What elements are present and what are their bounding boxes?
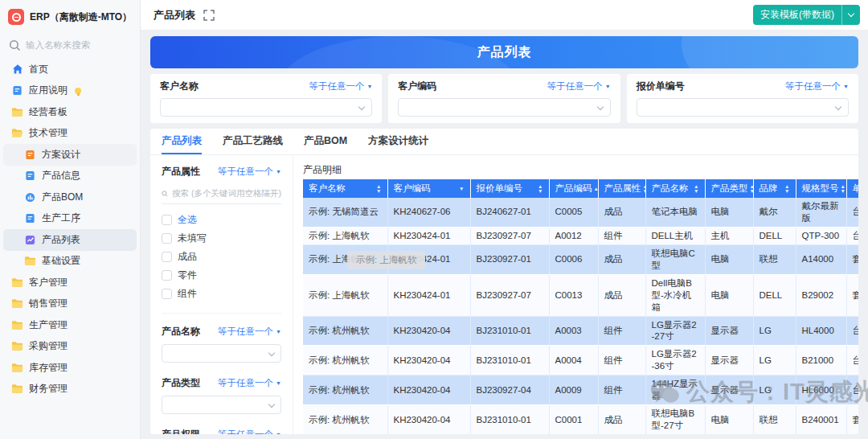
table-cell: A0004 <box>549 346 598 375</box>
chevron-down-icon <box>268 400 275 407</box>
table-cell: DELL <box>753 227 796 244</box>
checkbox[interactable] <box>162 215 172 225</box>
attr-option[interactable]: 全选 <box>162 211 281 229</box>
sort-icon[interactable]: ▲▼ <box>643 184 646 194</box>
sort-icon[interactable]: ▲▼ <box>376 184 381 194</box>
product-name-select[interactable] <box>162 344 281 363</box>
table-cell: 电脑 <box>705 198 753 227</box>
checkbox[interactable] <box>162 252 172 262</box>
table-cell: 台 <box>846 227 858 244</box>
operator-dropdown[interactable]: 等于任意一个▼ <box>218 377 281 389</box>
sidebar-item-product-info[interactable]: 产品信息 <box>3 166 137 187</box>
attr-search-input[interactable]: 搜索 (多个关键词用空格隔开) <box>162 183 281 204</box>
sidebar-item-basic-settings[interactable]: 基础设置 <box>3 251 137 273</box>
checkbox[interactable] <box>162 270 172 281</box>
column-header[interactable]: 报价单编号▲▼ <box>470 179 549 198</box>
attr-option-list: 全选未填写成品零件组件 <box>162 211 281 303</box>
tab-product-bom[interactable]: 产品BOM <box>304 129 347 154</box>
column-header[interactable]: 产品属性▲▼ <box>598 179 645 198</box>
table-row[interactable]: 示例: 杭州帆软KH230420-04BJ230927-04A0009组件144… <box>303 375 858 405</box>
sidebar-item-product-bom[interactable]: 产品BOM <box>3 187 137 208</box>
sidebar-item-finance-mgmt[interactable]: 财务管理 <box>3 379 137 400</box>
product-type-select[interactable] <box>162 396 281 414</box>
table-cell: 套 <box>846 274 858 316</box>
table-row[interactable]: 示例: 无锡简道云KH240627-06BJ240627-01C0005成品笔记… <box>303 198 858 227</box>
topbar: 产品列表 安装模板(带数据) <box>141 0 868 31</box>
sidebar-search-input[interactable]: 输入名称来搜索 <box>0 33 140 57</box>
tab-bar: 产品列表产品工艺路线产品BOM方案设计统计 <box>150 129 858 155</box>
sort-icon[interactable]: ▼ <box>459 187 464 191</box>
tab-process-route[interactable]: 产品工艺路线 <box>223 129 283 154</box>
install-template-button[interactable]: 安装模板(带数据) <box>753 5 860 25</box>
column-header[interactable]: 客户名称▲▼ <box>303 179 387 198</box>
column-header[interactable]: 产品名称▲▼ <box>645 179 705 198</box>
chevron-down-icon <box>268 349 275 355</box>
sort-icon[interactable]: ▲▼ <box>750 184 754 194</box>
tab-product-list[interactable]: 产品列表 <box>162 129 202 154</box>
sidebar-item-production-process[interactable]: 生产工序 <box>3 208 137 230</box>
sort-icon[interactable]: ▲▼ <box>694 184 698 194</box>
table-row[interactable]: 示例: 杭州帆软KH230420-04BJ231010-01A0003组件LG显… <box>303 316 858 346</box>
checkbox[interactable] <box>162 289 172 299</box>
sort-icon[interactable]: ▲▼ <box>784 184 789 194</box>
tab-scheme-design-stat[interactable]: 方案设计统计 <box>368 129 428 154</box>
column-header[interactable]: 客户编码▼ <box>387 179 470 198</box>
attr-option[interactable]: 组件 <box>162 285 281 303</box>
operator-dropdown[interactable]: 等于任意一个▼ <box>218 326 281 338</box>
folder-icon <box>11 297 23 310</box>
filter-operator-dropdown[interactable]: 等于任意一个▼ <box>547 80 611 92</box>
table-row[interactable]: 示例: 杭州帆软KH230420-04BJ231010-01A0004组件LG显… <box>303 346 858 375</box>
table-cell: 联想 <box>753 405 796 434</box>
quotation-no-select[interactable] <box>637 98 849 117</box>
table-cell: A0012 <box>549 227 598 244</box>
customer-name-select[interactable] <box>160 98 372 117</box>
sidebar-item-tech-mgmt[interactable]: 技术管理 <box>3 123 137 145</box>
sidebar-item-production-mgmt[interactable]: 生产管理 <box>3 314 137 336</box>
column-header[interactable]: 规格型号▲▼ <box>796 179 846 198</box>
sort-icon[interactable]: ▲▼ <box>841 184 845 194</box>
column-header[interactable]: 产品编码▲ <box>549 179 598 198</box>
checkbox[interactable] <box>162 233 172 244</box>
sidebar-item-product-list[interactable]: 产品列表 <box>3 229 137 251</box>
install-template-dropdown[interactable] <box>842 5 860 25</box>
column-label: 报价单编号 <box>477 183 523 195</box>
table-row[interactable]: 示例: 上海帆软KH230424-01BJ230927-07A0012组件DEL… <box>303 227 858 244</box>
sidebar-item-business-dashboard[interactable]: 经营看板 <box>3 101 137 123</box>
sidebar-item-inventory-mgmt[interactable]: 库存管理 <box>3 357 137 379</box>
fullscreen-icon[interactable] <box>203 10 215 21</box>
table-row[interactable]: 示例: 杭州帆软KH230420-04BJ231010-01C0001成品联想电… <box>303 405 858 434</box>
attr-option[interactable]: 零件 <box>162 266 281 285</box>
filter-operator-dropdown[interactable]: 等于任意一个▼ <box>309 80 372 92</box>
sidebar-item-scheme-design[interactable]: 方案设计 <box>3 144 137 166</box>
attr-operator-dropdown[interactable]: 等于任意一个▼ <box>218 166 281 178</box>
folder-open-icon <box>11 127 23 139</box>
table-row[interactable]: 示例: 上海帆软KH230424-01BJ230927-07C0013成品Del… <box>303 274 858 316</box>
attr-option[interactable]: 未填写 <box>162 229 281 248</box>
sidebar-item-purchase-mgmt[interactable]: 采购管理 <box>3 336 137 358</box>
column-header[interactable]: 品牌▲▼ <box>753 179 796 198</box>
sidebar-item-sales-mgmt[interactable]: 销售管理 <box>3 293 137 315</box>
filter-operator-dropdown[interactable]: 等于任意一个▼ <box>785 80 849 92</box>
sidebar-item-label: 产品列表 <box>42 233 80 247</box>
sidebar-item-home[interactable]: 首页 <box>3 59 137 80</box>
customer-code-select[interactable] <box>398 98 610 117</box>
table-cell: 显示器 <box>705 375 753 405</box>
sidebar-item-app-guide[interactable]: 应用说明 <box>3 80 137 102</box>
app-logo-icon <box>8 9 24 25</box>
folder-icon <box>11 319 23 331</box>
attr-option[interactable]: 成品 <box>162 248 281 266</box>
sidebar-item-label: 采购管理 <box>29 339 68 353</box>
sidebar-item-customer-mgmt[interactable]: 客户管理 <box>3 272 137 293</box>
attr-option-label: 全选 <box>178 213 197 227</box>
table-cell: 联想电脑C型 <box>645 244 705 274</box>
sort-icon[interactable]: ▲▼ <box>538 184 542 194</box>
table-cell: C0005 <box>549 198 598 227</box>
table-cell: 台 <box>846 316 858 346</box>
table-cell: KH230420-04 <box>387 375 470 405</box>
sidebar-item-label: 销售管理 <box>29 297 68 310</box>
operator-dropdown[interactable]: 等于任意一个▼ <box>218 429 281 434</box>
table-cell: 套 <box>846 405 858 434</box>
column-header[interactable]: 产品类型▲▼ <box>705 179 753 198</box>
sort-icon[interactable]: ▲ <box>594 187 599 191</box>
column-header[interactable]: 单位 <box>846 179 858 198</box>
